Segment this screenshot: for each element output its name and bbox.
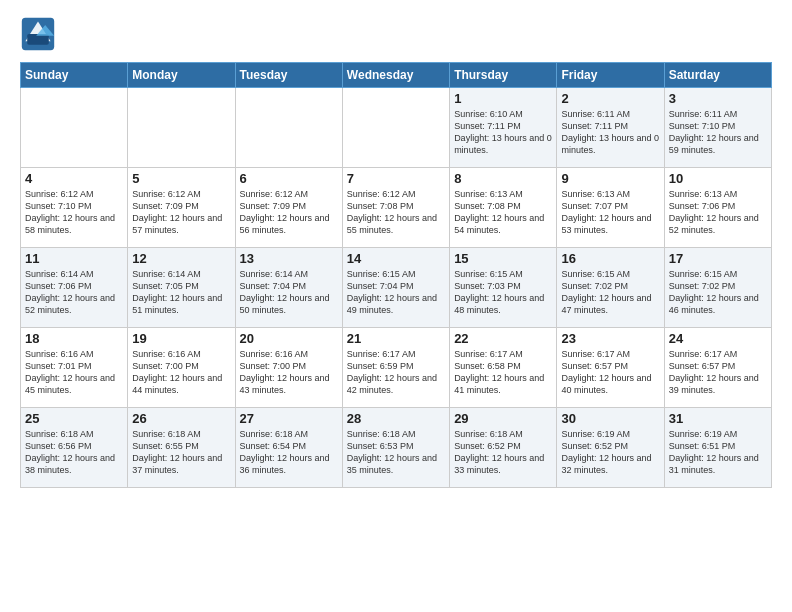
cell-info: Sunrise: 6:15 AM Sunset: 7:03 PM Dayligh… [454, 268, 552, 317]
cell-info: Sunrise: 6:14 AM Sunset: 7:06 PM Dayligh… [25, 268, 123, 317]
page: Sunday Monday Tuesday Wednesday Thursday… [0, 0, 792, 498]
day-number: 3 [669, 91, 767, 106]
day-number: 30 [561, 411, 659, 426]
cell-info: Sunrise: 6:17 AM Sunset: 6:57 PM Dayligh… [561, 348, 659, 397]
calendar-cell: 2Sunrise: 6:11 AM Sunset: 7:11 PM Daylig… [557, 88, 664, 168]
calendar-table: Sunday Monday Tuesday Wednesday Thursday… [20, 62, 772, 488]
calendar-cell [21, 88, 128, 168]
day-number: 12 [132, 251, 230, 266]
cell-info: Sunrise: 6:19 AM Sunset: 6:51 PM Dayligh… [669, 428, 767, 477]
day-number: 1 [454, 91, 552, 106]
calendar-cell: 5Sunrise: 6:12 AM Sunset: 7:09 PM Daylig… [128, 168, 235, 248]
cell-info: Sunrise: 6:15 AM Sunset: 7:02 PM Dayligh… [669, 268, 767, 317]
header-friday: Friday [557, 63, 664, 88]
calendar-cell: 15Sunrise: 6:15 AM Sunset: 7:03 PM Dayli… [450, 248, 557, 328]
calendar-cell: 16Sunrise: 6:15 AM Sunset: 7:02 PM Dayli… [557, 248, 664, 328]
day-number: 19 [132, 331, 230, 346]
day-number: 31 [669, 411, 767, 426]
cell-info: Sunrise: 6:17 AM Sunset: 6:57 PM Dayligh… [669, 348, 767, 397]
cell-info: Sunrise: 6:18 AM Sunset: 6:55 PM Dayligh… [132, 428, 230, 477]
cell-info: Sunrise: 6:11 AM Sunset: 7:10 PM Dayligh… [669, 108, 767, 157]
cell-info: Sunrise: 6:12 AM Sunset: 7:08 PM Dayligh… [347, 188, 445, 237]
header-row: Sunday Monday Tuesday Wednesday Thursday… [21, 63, 772, 88]
day-number: 11 [25, 251, 123, 266]
day-number: 22 [454, 331, 552, 346]
day-number: 5 [132, 171, 230, 186]
cell-info: Sunrise: 6:12 AM Sunset: 7:09 PM Dayligh… [132, 188, 230, 237]
day-number: 15 [454, 251, 552, 266]
calendar-cell: 22Sunrise: 6:17 AM Sunset: 6:58 PM Dayli… [450, 328, 557, 408]
calendar-cell: 26Sunrise: 6:18 AM Sunset: 6:55 PM Dayli… [128, 408, 235, 488]
calendar-cell: 10Sunrise: 6:13 AM Sunset: 7:06 PM Dayli… [664, 168, 771, 248]
day-number: 10 [669, 171, 767, 186]
calendar-body: 1Sunrise: 6:10 AM Sunset: 7:11 PM Daylig… [21, 88, 772, 488]
day-number: 24 [669, 331, 767, 346]
calendar-cell: 17Sunrise: 6:15 AM Sunset: 7:02 PM Dayli… [664, 248, 771, 328]
header-tuesday: Tuesday [235, 63, 342, 88]
header-saturday: Saturday [664, 63, 771, 88]
calendar-cell: 1Sunrise: 6:10 AM Sunset: 7:11 PM Daylig… [450, 88, 557, 168]
cell-info: Sunrise: 6:12 AM Sunset: 7:09 PM Dayligh… [240, 188, 338, 237]
cell-info: Sunrise: 6:17 AM Sunset: 6:58 PM Dayligh… [454, 348, 552, 397]
day-number: 4 [25, 171, 123, 186]
cell-info: Sunrise: 6:19 AM Sunset: 6:52 PM Dayligh… [561, 428, 659, 477]
day-number: 21 [347, 331, 445, 346]
cell-info: Sunrise: 6:11 AM Sunset: 7:11 PM Dayligh… [561, 108, 659, 157]
cell-info: Sunrise: 6:18 AM Sunset: 6:54 PM Dayligh… [240, 428, 338, 477]
calendar-cell: 25Sunrise: 6:18 AM Sunset: 6:56 PM Dayli… [21, 408, 128, 488]
day-number: 16 [561, 251, 659, 266]
calendar-cell: 11Sunrise: 6:14 AM Sunset: 7:06 PM Dayli… [21, 248, 128, 328]
cell-info: Sunrise: 6:18 AM Sunset: 6:52 PM Dayligh… [454, 428, 552, 477]
calendar-cell: 14Sunrise: 6:15 AM Sunset: 7:04 PM Dayli… [342, 248, 449, 328]
calendar-cell: 28Sunrise: 6:18 AM Sunset: 6:53 PM Dayli… [342, 408, 449, 488]
calendar-cell: 27Sunrise: 6:18 AM Sunset: 6:54 PM Dayli… [235, 408, 342, 488]
day-number: 28 [347, 411, 445, 426]
day-number: 29 [454, 411, 552, 426]
week-row: 18Sunrise: 6:16 AM Sunset: 7:01 PM Dayli… [21, 328, 772, 408]
cell-info: Sunrise: 6:14 AM Sunset: 7:04 PM Dayligh… [240, 268, 338, 317]
cell-info: Sunrise: 6:13 AM Sunset: 7:06 PM Dayligh… [669, 188, 767, 237]
week-row: 4Sunrise: 6:12 AM Sunset: 7:10 PM Daylig… [21, 168, 772, 248]
cell-info: Sunrise: 6:15 AM Sunset: 7:04 PM Dayligh… [347, 268, 445, 317]
day-number: 13 [240, 251, 338, 266]
day-number: 2 [561, 91, 659, 106]
header [20, 16, 772, 52]
cell-info: Sunrise: 6:16 AM Sunset: 7:00 PM Dayligh… [240, 348, 338, 397]
day-number: 20 [240, 331, 338, 346]
day-number: 9 [561, 171, 659, 186]
cell-info: Sunrise: 6:13 AM Sunset: 7:07 PM Dayligh… [561, 188, 659, 237]
calendar-cell [342, 88, 449, 168]
header-thursday: Thursday [450, 63, 557, 88]
day-number: 14 [347, 251, 445, 266]
week-row: 1Sunrise: 6:10 AM Sunset: 7:11 PM Daylig… [21, 88, 772, 168]
week-row: 11Sunrise: 6:14 AM Sunset: 7:06 PM Dayli… [21, 248, 772, 328]
header-monday: Monday [128, 63, 235, 88]
day-number: 18 [25, 331, 123, 346]
calendar-header: Sunday Monday Tuesday Wednesday Thursday… [21, 63, 772, 88]
calendar-cell: 12Sunrise: 6:14 AM Sunset: 7:05 PM Dayli… [128, 248, 235, 328]
cell-info: Sunrise: 6:12 AM Sunset: 7:10 PM Dayligh… [25, 188, 123, 237]
day-number: 25 [25, 411, 123, 426]
calendar-cell: 20Sunrise: 6:16 AM Sunset: 7:00 PM Dayli… [235, 328, 342, 408]
cell-info: Sunrise: 6:18 AM Sunset: 6:56 PM Dayligh… [25, 428, 123, 477]
calendar-cell: 29Sunrise: 6:18 AM Sunset: 6:52 PM Dayli… [450, 408, 557, 488]
cell-info: Sunrise: 6:16 AM Sunset: 7:01 PM Dayligh… [25, 348, 123, 397]
day-number: 27 [240, 411, 338, 426]
week-row: 25Sunrise: 6:18 AM Sunset: 6:56 PM Dayli… [21, 408, 772, 488]
calendar-cell: 9Sunrise: 6:13 AM Sunset: 7:07 PM Daylig… [557, 168, 664, 248]
cell-info: Sunrise: 6:15 AM Sunset: 7:02 PM Dayligh… [561, 268, 659, 317]
calendar-cell: 30Sunrise: 6:19 AM Sunset: 6:52 PM Dayli… [557, 408, 664, 488]
calendar-cell: 18Sunrise: 6:16 AM Sunset: 7:01 PM Dayli… [21, 328, 128, 408]
calendar-cell: 13Sunrise: 6:14 AM Sunset: 7:04 PM Dayli… [235, 248, 342, 328]
generalblue-logo-icon [20, 16, 56, 52]
day-number: 8 [454, 171, 552, 186]
calendar-cell: 21Sunrise: 6:17 AM Sunset: 6:59 PM Dayli… [342, 328, 449, 408]
cell-info: Sunrise: 6:17 AM Sunset: 6:59 PM Dayligh… [347, 348, 445, 397]
cell-info: Sunrise: 6:13 AM Sunset: 7:08 PM Dayligh… [454, 188, 552, 237]
day-number: 7 [347, 171, 445, 186]
calendar-cell: 7Sunrise: 6:12 AM Sunset: 7:08 PM Daylig… [342, 168, 449, 248]
day-number: 26 [132, 411, 230, 426]
calendar-cell: 24Sunrise: 6:17 AM Sunset: 6:57 PM Dayli… [664, 328, 771, 408]
calendar-cell: 6Sunrise: 6:12 AM Sunset: 7:09 PM Daylig… [235, 168, 342, 248]
calendar-cell [235, 88, 342, 168]
